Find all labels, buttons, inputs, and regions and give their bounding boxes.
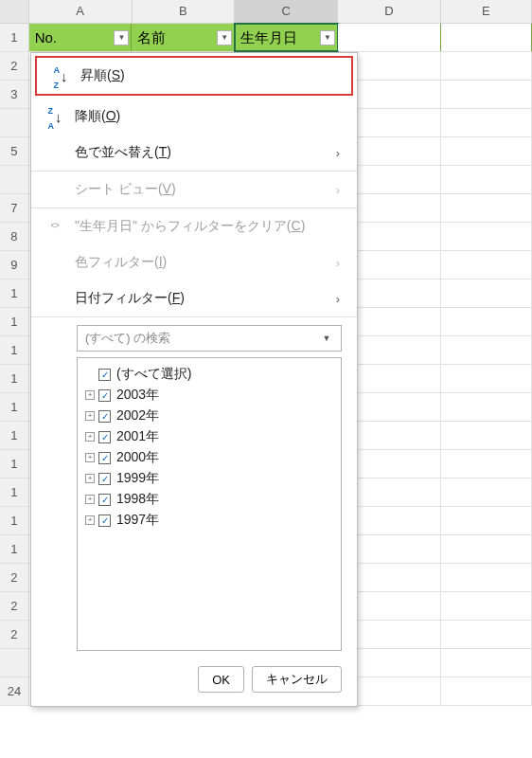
col-header-d[interactable]: D (338, 0, 441, 23)
row-header[interactable]: 3 (0, 81, 29, 108)
cell[interactable] (441, 166, 532, 193)
row-header[interactable]: 1 (0, 308, 29, 335)
header-cell-label: 生年月日 (240, 29, 297, 45)
row-header[interactable]: 5 (0, 137, 29, 165)
checkbox-checked-icon[interactable]: ✓ (98, 431, 111, 443)
cell[interactable] (441, 621, 532, 648)
cancel-button[interactable]: キャンセル (252, 666, 342, 693)
row-header[interactable] (0, 649, 29, 677)
row-header[interactable]: 24 (0, 677, 29, 705)
header-cell-name[interactable]: 名前 ▼ (132, 24, 235, 51)
tree-node-year[interactable]: +✓1999年 (81, 468, 337, 489)
cell[interactable] (441, 365, 532, 392)
menu-label: "生年月日" からフィルターをクリア(C) (75, 218, 305, 235)
filter-dropdown-button[interactable]: ▼ (320, 30, 335, 45)
cell[interactable] (441, 308, 532, 335)
checkbox-checked-icon[interactable]: ✓ (98, 473, 111, 485)
cell[interactable] (441, 24, 532, 51)
expand-icon[interactable]: + (85, 515, 95, 525)
checkbox-checked-icon[interactable]: ✓ (98, 452, 111, 464)
filter-search-box[interactable]: (すべて) の検索 ▼ (77, 325, 342, 352)
funnel-clear-icon: ⌔ (44, 219, 65, 234)
filter-values-tree[interactable]: + ✓ (すべて選択) +✓2003年+✓2002年+✓2001年+✓2000年… (77, 357, 342, 651)
cell[interactable] (441, 478, 532, 506)
row-header[interactable]: 2 (0, 592, 29, 620)
header-cell-no[interactable]: No. ▼ (29, 24, 133, 51)
row-header[interactable]: 8 (0, 223, 29, 250)
row-header[interactable]: 7 (0, 194, 29, 222)
row-header[interactable]: 2 (0, 52, 29, 80)
tree-node-year[interactable]: +✓2002年 (81, 406, 337, 426)
checkbox-checked-icon[interactable]: ✓ (98, 410, 111, 423)
col-header-a[interactable]: A (29, 0, 133, 23)
sort-ascending[interactable]: AZ↓ 昇順(S) (37, 58, 351, 94)
col-header-e[interactable]: E (441, 0, 532, 23)
row-header[interactable] (0, 109, 29, 136)
row-header[interactable]: 2 (0, 621, 29, 648)
tree-node-year[interactable]: +✓1998年 (81, 489, 337, 510)
checkbox-checked-icon[interactable]: ✓ (98, 494, 111, 506)
cell[interactable] (338, 24, 441, 51)
cell[interactable] (441, 81, 532, 108)
date-filter[interactable]: 日付フィルター(F) › (31, 280, 357, 316)
cell[interactable] (441, 535, 532, 563)
row-header[interactable]: 1 (0, 336, 29, 364)
cell[interactable] (441, 393, 532, 421)
row-header[interactable]: 1 (0, 535, 29, 563)
tree-node-year[interactable]: +✓2000年 (81, 447, 337, 468)
expand-icon[interactable]: + (85, 390, 95, 400)
cell[interactable] (441, 507, 532, 534)
filter-dropdown-button[interactable]: ▼ (217, 30, 232, 45)
cell[interactable] (441, 137, 532, 165)
row-header[interactable]: 1 (0, 422, 29, 449)
row-header[interactable]: 1 (0, 478, 29, 506)
select-all-corner[interactable] (0, 0, 29, 23)
tree-node-year[interactable]: +✓2001年 (81, 426, 337, 447)
row-header[interactable]: 1 (0, 393, 29, 421)
row-header[interactable]: 1 (0, 507, 29, 534)
expand-icon[interactable]: + (85, 495, 95, 504)
cell[interactable] (441, 251, 532, 279)
col-header-b[interactable]: B (133, 0, 236, 23)
menu-label: シート ビュー(V) (75, 181, 176, 198)
cell[interactable] (441, 677, 532, 705)
row-header[interactable]: 1 (0, 365, 29, 392)
expand-icon[interactable]: + (85, 432, 95, 442)
checkbox-checked-icon[interactable]: ✓ (98, 369, 111, 381)
expand-icon[interactable]: + (85, 411, 95, 421)
search-dropdown-icon[interactable]: ▼ (320, 334, 333, 343)
filter-dropdown-button[interactable]: ▼ (114, 30, 129, 45)
cell[interactable] (441, 564, 532, 591)
cell[interactable] (441, 109, 532, 136)
ok-button[interactable]: OK (198, 666, 244, 693)
checkbox-checked-icon[interactable]: ✓ (98, 514, 111, 527)
cell[interactable] (441, 422, 532, 449)
header-cell-label: 名前 (137, 29, 166, 45)
col-header-c[interactable]: C (235, 0, 338, 23)
tree-node-select-all[interactable]: + ✓ (すべて選択) (81, 364, 337, 385)
row-header[interactable]: 1 (0, 24, 29, 51)
expand-icon[interactable]: + (85, 474, 95, 483)
cell[interactable] (441, 194, 532, 222)
cell[interactable] (441, 450, 532, 478)
cell[interactable] (441, 649, 532, 677)
row-header[interactable]: 9 (0, 251, 29, 279)
cell[interactable] (441, 280, 532, 307)
row-header[interactable]: 2 (0, 564, 29, 591)
expand-icon[interactable]: + (85, 453, 95, 462)
sort-descending[interactable]: ZA↓ 降順(O) (31, 99, 357, 135)
cell[interactable] (441, 223, 532, 250)
tree-node-year[interactable]: +✓1997年 (81, 510, 337, 531)
cell[interactable] (441, 52, 532, 80)
row-header[interactable]: 1 (0, 280, 29, 307)
row-header[interactable] (0, 166, 29, 193)
tree-node-label: 1999年 (116, 470, 159, 487)
cell[interactable] (441, 336, 532, 364)
tree-node-year[interactable]: +✓2003年 (81, 385, 337, 406)
cell[interactable] (441, 592, 532, 620)
row-header[interactable]: 1 (0, 450, 29, 478)
menu-label: 色で並べ替え(T) (75, 144, 171, 161)
sort-by-color[interactable]: 色で並べ替え(T) › (31, 135, 357, 171)
checkbox-checked-icon[interactable]: ✓ (98, 389, 111, 402)
header-cell-birthdate[interactable]: 生年月日 ▼ (235, 24, 338, 51)
